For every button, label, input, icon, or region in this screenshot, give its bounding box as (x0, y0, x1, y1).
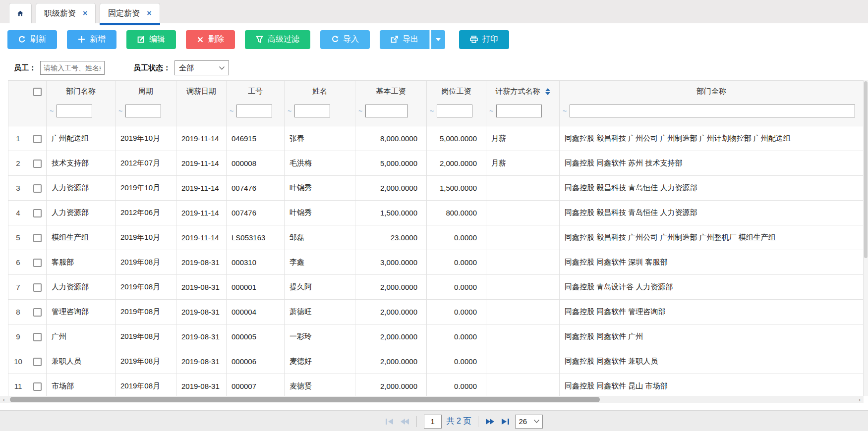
tilde: ~ (563, 107, 567, 115)
next-page-button[interactable] (485, 418, 495, 426)
cell-emp-id: 007476 (227, 201, 285, 225)
print-button[interactable]: 打印 (459, 30, 509, 49)
row-checkbox[interactable] (33, 333, 42, 341)
tab-close-icon[interactable]: × (147, 9, 151, 18)
header-date[interactable]: 调薪日期 (176, 81, 227, 102)
add-button[interactable]: 新增 (67, 30, 116, 49)
export-dropdown-button[interactable] (431, 30, 445, 49)
row-checkbox[interactable] (33, 283, 42, 292)
export-button[interactable]: 导出 (380, 30, 430, 49)
print-label: 打印 (482, 34, 498, 45)
header-emp-id[interactable]: 工号 (227, 81, 285, 102)
filter-checkbox-cell (28, 102, 47, 126)
filter-input-emp-id[interactable] (236, 105, 272, 117)
cell-base-salary: 2,000.0000 (355, 324, 427, 349)
import-button[interactable]: 导入 (320, 30, 370, 49)
horizontal-scrollbar-track[interactable] (8, 396, 856, 403)
refresh-button[interactable]: 刷新 (7, 30, 57, 49)
row-checkbox[interactable] (33, 234, 42, 242)
row-checkbox[interactable] (33, 358, 42, 366)
row-checkbox[interactable] (33, 308, 42, 317)
header-dept[interactable]: 部门名称 (47, 81, 116, 102)
advanced-filter-button[interactable]: 高级过滤 (245, 30, 310, 49)
header-pay-method[interactable]: 计薪方式名称 (486, 81, 560, 102)
tab-guding-xinzi[interactable]: 固定薪资 × (100, 3, 160, 23)
cell-emp-id: 007476 (227, 176, 285, 201)
cell-full-dept: 同鑫控股 毅昌科技 青岛恒佳 人力资源部 (560, 201, 864, 225)
table-row[interactable]: 1 广州配送组 2019年10月 2019-11-14 046915 张春 8,… (8, 126, 864, 151)
cell-post-salary: 800.0000 (427, 201, 486, 225)
table-row[interactable]: 10 兼职人员 2019年08月 2019-08-31 000006 麦德好 2… (8, 349, 864, 374)
filter-input-period[interactable] (125, 105, 161, 117)
row-checkbox[interactable] (33, 184, 42, 193)
cell-date: 2019-08-31 (176, 324, 227, 349)
header-base-salary[interactable]: 基本工资 (355, 81, 427, 102)
table-row[interactable]: 6 客服部 2019年08月 2019-08-31 000310 李鑫 3,00… (8, 250, 864, 275)
scroll-left-arrow[interactable]: ‹ (0, 396, 8, 403)
first-page-button[interactable] (385, 418, 395, 426)
cell-post-salary: 0.0000 (427, 275, 486, 300)
cell-full-dept: 同鑫控股 同鑫软件 兼职人员 (560, 349, 864, 374)
cell-name: 叶锦秀 (285, 201, 355, 225)
vertical-scrollbar[interactable] (864, 80, 868, 396)
cell-date: 2019-08-31 (176, 275, 227, 300)
filter-input-name[interactable] (294, 105, 330, 117)
cell-dept: 管理咨询部 (47, 300, 116, 324)
row-checkbox[interactable] (33, 382, 42, 391)
cell-date: 2019-08-31 (176, 374, 227, 399)
table-row[interactable]: 9 广州 2019年08月 2019-08-31 000005 一彩玲 2,00… (8, 324, 864, 349)
last-page-button[interactable] (500, 418, 510, 426)
import-icon (331, 36, 339, 43)
select-all-checkbox[interactable] (33, 88, 42, 96)
table-row[interactable]: 8 管理咨询部 2019年08月 2019-08-31 000004 萧德旺 2… (8, 300, 864, 324)
export-icon (391, 36, 398, 43)
table-row[interactable]: 2 技术支持部 2012年07月 2019-11-14 000008 毛洪梅 5… (8, 151, 864, 176)
pager-gap (0, 403, 868, 410)
sort-icon[interactable] (545, 88, 550, 95)
cell-full-dept: 同鑫控股 同鑫软件 昆山 市场部 (560, 374, 864, 399)
row-checkbox[interactable] (33, 259, 42, 267)
cell-full-dept: 同鑫控股 毅昌科技 青岛恒佳 人力资源部 (560, 176, 864, 201)
table-row[interactable]: 5 模组生产组 2019年10月 2019-11-14 LS053163 邹磊 … (8, 225, 864, 250)
header-checkbox-cell (28, 81, 47, 102)
filter-input-base-salary[interactable] (365, 105, 408, 117)
table-row[interactable]: 3 人力资源部 2019年10月 2019-11-14 007476 叶锦秀 2… (8, 176, 864, 201)
filter-input-pay-method[interactable] (496, 105, 542, 117)
header-name[interactable]: 姓名 (285, 81, 355, 102)
row-checkbox[interactable] (33, 135, 42, 143)
header-period[interactable]: 周期 (116, 81, 176, 102)
row-number: 1 (8, 126, 28, 151)
filter-input-dept[interactable] (57, 105, 92, 117)
row-number: 4 (8, 201, 28, 225)
cell-emp-id: 000004 (227, 300, 285, 324)
employee-search-input[interactable] (40, 61, 105, 75)
table-row[interactable]: 11 市场部 2019年08月 2019-08-31 000007 麦德贤 2,… (8, 374, 864, 399)
salary-grid: 部门名称 周期 调薪日期 工号 姓名 基本工资 岗位工资 计薪方式名称 部门全称… (0, 80, 868, 403)
prev-page-button[interactable] (400, 418, 409, 426)
vertical-scrollbar-thumb[interactable] (864, 81, 868, 258)
tab-home[interactable] (9, 3, 32, 23)
edit-button[interactable]: 编辑 (126, 30, 176, 49)
cell-pay-method (486, 225, 560, 250)
table-row[interactable]: 4 人力资源部 2012年06月 2019-11-14 007476 叶锦秀 1… (8, 201, 864, 225)
header-full-dept[interactable]: 部门全称 (560, 81, 864, 102)
page-size-select[interactable]: 26 (515, 415, 543, 429)
row-checkbox[interactable] (33, 160, 42, 168)
employee-status-select[interactable]: 全部 (174, 60, 229, 75)
scroll-right-arrow[interactable]: › (856, 396, 864, 403)
delete-button[interactable]: 删除 (186, 30, 235, 49)
header-post-salary[interactable]: 岗位工资 (427, 81, 486, 102)
page-number-input[interactable] (424, 415, 442, 429)
filter-input-full-dept[interactable] (570, 105, 855, 117)
cell-dept: 市场部 (47, 374, 116, 399)
filter-input-post-salary[interactable] (437, 105, 472, 117)
filter-bar: 员工： 员工状态： 全部 (0, 55, 868, 80)
horizontal-scrollbar[interactable]: ‹ › (0, 396, 864, 403)
tab-close-icon[interactable]: × (83, 9, 87, 18)
row-number: 10 (8, 349, 28, 374)
tab-zhiji-xinzi[interactable]: 职级薪资 × (36, 3, 96, 23)
row-checkbox[interactable] (33, 209, 42, 217)
cell-post-salary: 5,000.0000 (427, 126, 486, 151)
table-row[interactable]: 7 人力资源部 2019年08月 2019-08-31 000001 提久阿 2… (8, 275, 864, 300)
horizontal-scrollbar-thumb[interactable] (10, 397, 600, 402)
